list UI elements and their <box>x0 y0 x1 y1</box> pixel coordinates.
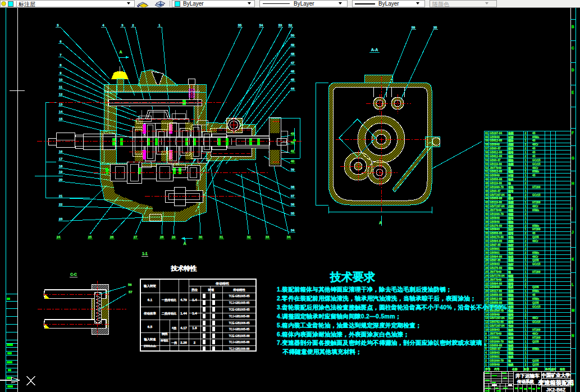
svg-text:1: 1 <box>525 328 527 331</box>
svg-text:1: 1 <box>525 336 527 339</box>
svg-text:GB5846: GB5846 <box>490 217 500 220</box>
svg-text:F: F <box>572 131 574 135</box>
svg-text:技术特性: 技术特性 <box>171 265 198 272</box>
svg-text:垫圈: 垫圈 <box>508 200 514 204</box>
svg-text:螺母: 螺母 <box>508 282 514 286</box>
svg-text:1: 1 <box>525 301 527 304</box>
svg-text:1: 1 <box>525 189 527 193</box>
svg-text:45: 45 <box>532 294 536 297</box>
svg-text:32: 32 <box>247 235 251 239</box>
svg-text:2: 2 <box>525 347 527 350</box>
svg-text:1: 1 <box>525 216 527 220</box>
svg-text:2: 2 <box>525 239 527 243</box>
svg-text:21: 21 <box>485 285 488 289</box>
svg-text:2: 2 <box>525 193 527 197</box>
svg-text:GCr15: GCr15 <box>532 306 541 308</box>
svg-text:53: 53 <box>278 24 282 27</box>
svg-text:轴承: 轴承 <box>508 285 514 289</box>
svg-text:45: 45 <box>532 155 536 158</box>
svg-text:1-1: 1-1 <box>142 252 148 256</box>
svg-text:1: 1 <box>525 266 527 270</box>
svg-text:GB894-86: GB894-86 <box>490 240 502 243</box>
svg-text:57: 57 <box>485 147 488 150</box>
svg-text:Q235: Q235 <box>532 259 539 262</box>
svg-text:2: 2 <box>485 359 487 362</box>
svg-text:螺母: 螺母 <box>508 216 514 220</box>
svg-text:JB/T7940: JB/T7940 <box>490 167 501 170</box>
svg-text:1.44: 1.44 <box>180 312 187 315</box>
svg-text:22: 22 <box>59 203 63 206</box>
svg-text:50: 50 <box>485 174 488 177</box>
svg-text:GB858-88: GB858-88 <box>490 294 502 297</box>
svg-text:轴: 轴 <box>508 193 511 197</box>
svg-text:JB/T7940: JB/T7940 <box>490 209 501 212</box>
svg-text:29: 29 <box>172 235 176 239</box>
svg-text:垫圈: 垫圈 <box>508 162 514 166</box>
svg-text:1: 1 <box>525 351 527 354</box>
svg-text:35: 35 <box>485 231 488 235</box>
svg-text:41: 41 <box>485 208 488 212</box>
svg-text:40: 40 <box>291 159 295 163</box>
svg-text:1: 1 <box>525 158 527 162</box>
svg-text:40Cr: 40Cr <box>532 240 538 243</box>
svg-text:40Cr: 40Cr <box>532 332 538 335</box>
svg-text:螺母: 螺母 <box>508 147 514 151</box>
svg-text:TCE-GB1005-88: TCE-GB1005-88 <box>229 334 249 338</box>
svg-text:齿轮: 齿轮 <box>508 235 514 239</box>
svg-text:52: 52 <box>485 166 488 170</box>
svg-text:23: 23 <box>59 217 63 221</box>
svg-text:2: 2 <box>525 278 527 281</box>
svg-text:HT200: HT200 <box>532 336 541 339</box>
svg-text:C: C <box>572 46 574 50</box>
svg-text:27: 27 <box>134 235 138 239</box>
svg-text:轴承: 轴承 <box>508 347 514 351</box>
svg-text:2: 2 <box>525 143 527 146</box>
svg-text:24: 24 <box>485 274 488 277</box>
svg-text:25: 25 <box>485 270 488 274</box>
svg-text:56: 56 <box>128 283 132 286</box>
svg-text:1: 1 <box>525 355 527 358</box>
svg-text:3: 3 <box>485 355 487 358</box>
svg-text:47: 47 <box>291 61 295 65</box>
svg-text:13: 13 <box>59 103 63 106</box>
svg-text:B: B <box>572 25 574 29</box>
svg-text:49: 49 <box>485 177 488 181</box>
svg-text:GB119-86: GB119-86 <box>490 163 502 166</box>
svg-text:TCE-GB1005-85: TCE-GB1005-85 <box>229 308 249 311</box>
svg-text:1: 1 <box>525 305 527 308</box>
svg-text:GB/T297-94: GB/T297-94 <box>490 325 505 327</box>
svg-text:3.齿轮装配后用涂色法检查接触斑点，圆柱齿轮沿齿高不小于40: 3.齿轮装配后用涂色法检查接触斑点，圆柱齿轮沿齿高不小于40%，沿齿长不小于50… <box>277 304 513 311</box>
svg-text:总计: 总计 <box>550 367 556 371</box>
svg-text:4.17: 4.17 <box>180 326 187 330</box>
svg-text:垫圈: 垫圈 <box>508 297 514 301</box>
svg-text:2: 2 <box>525 313 527 316</box>
svg-text:46: 46 <box>291 70 295 73</box>
svg-text:中国矿业大学: 中国矿业大学 <box>542 372 571 378</box>
svg-text:衬套: 衬套 <box>508 135 514 139</box>
svg-text:传动比: 传动比 <box>160 339 168 342</box>
svg-text:30: 30 <box>485 251 488 254</box>
svg-text:JB/T7940: JB/T7940 <box>490 271 501 274</box>
svg-text:Q235: Q235 <box>532 359 539 362</box>
svg-text:GCr15: GCr15 <box>532 194 541 197</box>
svg-text:GB812-88: GB812-88 <box>490 155 502 158</box>
svg-text:1.装配前箱体与其他铸面应清理干净，除去毛边毛刺后浸油防锈；: 1.装配前箱体与其他铸面应清理干净，除去毛边毛刺后浸油防锈； <box>277 286 452 293</box>
svg-text:JB/T7940: JB/T7940 <box>490 332 501 335</box>
svg-text:5: 5 <box>485 347 487 350</box>
svg-text:GB97-85: GB97-85 <box>490 244 501 247</box>
svg-text:螺母: 螺母 <box>508 151 514 154</box>
svg-text:垫圈: 垫圈 <box>508 289 514 293</box>
svg-text:14: 14 <box>485 313 488 316</box>
svg-text:58: 58 <box>412 26 415 29</box>
svg-text:36: 36 <box>291 203 295 206</box>
svg-text:53: 53 <box>485 162 488 166</box>
svg-text:38: 38 <box>291 185 295 189</box>
svg-text:39: 39 <box>291 168 295 171</box>
svg-text:GB5843: GB5843 <box>490 329 500 331</box>
svg-text:不得随意使用其他填充材料；: 不得随意使用其他填充材料； <box>277 348 362 355</box>
svg-text:17: 17 <box>59 157 63 161</box>
svg-text:2.26: 2.26 <box>180 341 187 344</box>
svg-text:1: 1 <box>525 344 527 347</box>
svg-text:5.箱内装工业齿轮油，油量达到规定深度并定期检查；: 5.箱内装工业齿轮油，油量达到规定深度并定期检查； <box>277 322 422 329</box>
svg-text:A: A <box>183 241 186 245</box>
